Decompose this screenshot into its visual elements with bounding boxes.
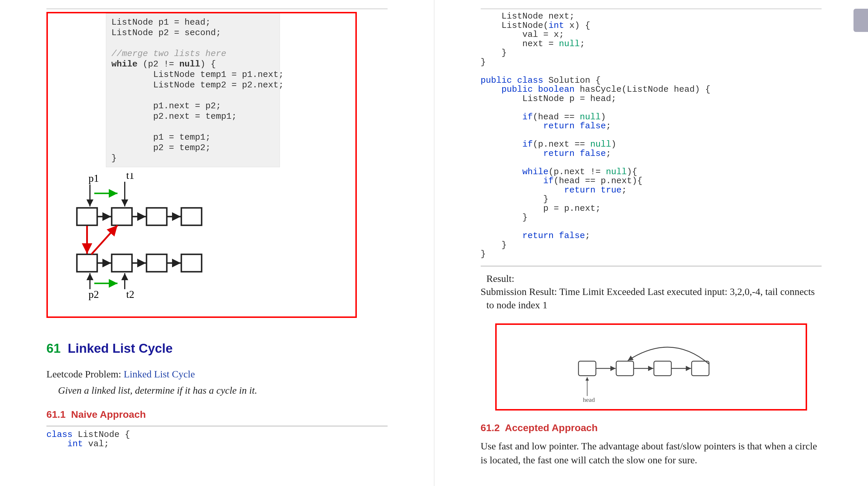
svg-rect-2 bbox=[147, 208, 167, 225]
right-column: ListNode next; ListNode(int x) { val = x… bbox=[434, 0, 868, 486]
figure-cycle-diagram: head bbox=[495, 323, 807, 410]
subsection-number: 61.1 bbox=[46, 409, 66, 420]
top-rule-right bbox=[481, 9, 822, 9]
code-merge-block: ListNode p1 = head; ListNode p2 = second… bbox=[106, 13, 280, 167]
subsection2-number: 61.2 bbox=[481, 422, 500, 433]
section-heading: 61 Linked List Cycle bbox=[46, 341, 388, 355]
svg-rect-23 bbox=[616, 361, 633, 376]
svg-rect-1 bbox=[112, 208, 132, 225]
svg-rect-7 bbox=[181, 254, 202, 272]
svg-rect-5 bbox=[112, 254, 132, 272]
accepted-approach-text: Use fast and low pointer. The advantage … bbox=[481, 439, 822, 467]
svg-line-21 bbox=[91, 225, 118, 254]
leetcode-line: Leetcode Problem: Linked List Cycle bbox=[46, 367, 388, 381]
result-text: Submission Result: Time Limit Exceeded L… bbox=[487, 285, 822, 312]
problem-statement: Given a linked list, determine if it has… bbox=[46, 383, 388, 397]
code-top-rule-left bbox=[46, 426, 388, 426]
svg-rect-0 bbox=[77, 208, 97, 225]
section-number: 61 bbox=[46, 341, 61, 355]
figure-merge-lists: ListNode p1 = head; ListNode p2 = second… bbox=[46, 12, 357, 318]
diagram-head-label: head bbox=[583, 396, 595, 403]
label-t2: t2 bbox=[126, 289, 134, 300]
svg-rect-4 bbox=[77, 254, 97, 272]
svg-rect-22 bbox=[579, 361, 596, 376]
svg-rect-25 bbox=[692, 361, 709, 376]
left-column: ListNode p1 = head; ListNode p2 = second… bbox=[0, 0, 434, 486]
result-label: Result: bbox=[487, 272, 822, 285]
label-p2: p2 bbox=[89, 289, 99, 300]
code-naive-start: class ListNode { int val; bbox=[46, 430, 388, 452]
svg-rect-3 bbox=[181, 208, 202, 225]
label-t1: t1 bbox=[126, 173, 134, 181]
label-p1: p1 bbox=[89, 173, 99, 184]
leetcode-label: Leetcode Problem: bbox=[46, 369, 124, 379]
hand-sketch-diagram: p1 t1 p2 t2 bbox=[48, 167, 355, 316]
two-column-layout: ListNode p1 = head; ListNode p2 = second… bbox=[0, 0, 868, 486]
leetcode-link[interactable]: Linked List Cycle bbox=[124, 369, 195, 379]
code-solution-block: ListNode next; ListNode(int x) { val = x… bbox=[481, 12, 822, 262]
svg-rect-24 bbox=[654, 361, 671, 376]
section-title-text: Linked List Cycle bbox=[68, 341, 173, 355]
top-rule-left bbox=[46, 9, 388, 9]
subsection-accepted: 61.2 Accepted Approach bbox=[481, 422, 822, 433]
svg-rect-6 bbox=[147, 254, 167, 272]
subsection-naive: 61.1 Naive Approach bbox=[46, 409, 388, 420]
subsection-title-text: Naive Approach bbox=[71, 409, 146, 420]
result-block: Result: Submission Result: Time Limit Ex… bbox=[481, 272, 822, 312]
subsection2-title-text: Accepted Approach bbox=[505, 422, 598, 433]
